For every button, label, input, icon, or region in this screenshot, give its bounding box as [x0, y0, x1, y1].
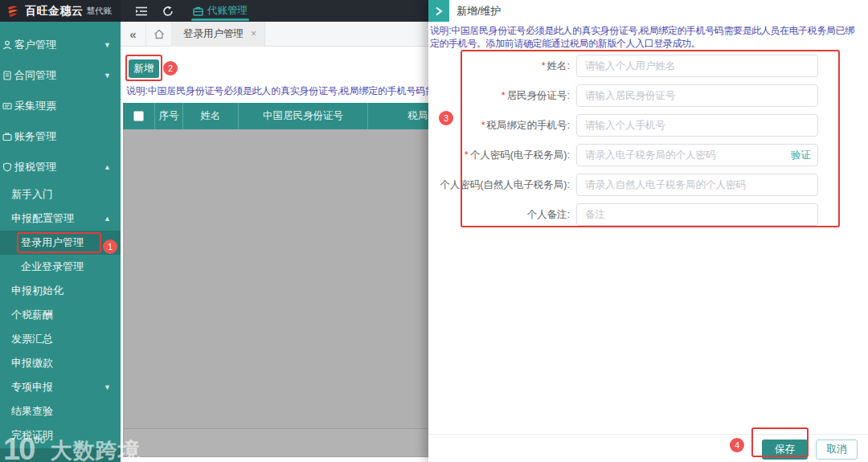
tab-label: 登录用户管理 [183, 27, 244, 41]
sidebar-item-label: 登录用户管理 [21, 236, 84, 248]
brand-logo: 百旺金穗云 慧代账 [0, 0, 121, 22]
sidebar-item-filing-initialization[interactable]: 申报初始化 [0, 279, 121, 303]
tab-login-user-mgmt[interactable]: 登录用户管理 × [172, 22, 265, 47]
table-pagination-bar [123, 428, 428, 457]
briefcase-icon [193, 6, 203, 16]
sidebar-item-login-user-mgmt[interactable]: 登录用户管理 [0, 231, 121, 255]
add-button[interactable]: 新增 [129, 59, 159, 78]
logo-title: 百旺金穗云 [25, 4, 84, 18]
sidebar-item-bookkeeping-mgmt[interactable]: 账务管理 [0, 121, 121, 152]
sidebar-item-filing-config-mgmt[interactable]: 申报配置管理 ▲ [0, 206, 121, 231]
main-content: « 登录用户管理 × 新增 说明:中国居民身份证号必须是此人的真实身份证号,税局… [121, 22, 428, 462]
module-tab-agent-accounting[interactable]: 代账管理 [190, 0, 251, 22]
drawer-footer: 保存 取消 4 [428, 434, 868, 462]
drawer-note-text: 说明:中国居民身份证号必须是此人的真实身份证号,税局绑定的手机号码需要是此人员在… [428, 22, 868, 50]
field-label: 个人备注: [428, 208, 576, 222]
required-asterisk: * [481, 120, 485, 131]
step-badge-2: 2 [163, 61, 178, 76]
field-label: 个人密码(自然人电子税务局): [428, 178, 576, 192]
add-maintain-drawer: 新增/维护 说明:中国居民身份证号必须是此人的真实身份证号,税局绑定的手机号码需… [428, 0, 868, 462]
form-row-natural-person-password: 个人密码(自然人电子税务局): [428, 174, 868, 196]
close-icon[interactable]: × [251, 28, 256, 39]
sidebar-item-label: 合同管理 [14, 68, 56, 83]
chevron-down-icon: ▼ [104, 41, 111, 49]
drawer-title: 新增/维护 [457, 4, 502, 18]
chevron-down-icon: ▼ [104, 72, 111, 80]
baiwang-flame-icon [6, 4, 20, 18]
module-tab-label: 代账管理 [207, 4, 248, 18]
sidebar-item-label: 申报缴款 [11, 356, 53, 370]
drawer-form: *姓名: *居民身份证号: *税局绑定的手机号: *个人密码(电子税务局): 验… [428, 55, 868, 233]
app-window: 百旺金穗云 慧代账 代账管理 客户管理 ▼ 合同管理 ▼ [0, 0, 868, 462]
name-field[interactable] [576, 55, 818, 77]
step-badge-4: 4 [730, 438, 744, 452]
sidebar-item-customer-mgmt[interactable]: 客户管理 ▼ [0, 30, 121, 60]
verify-link[interactable]: 验证 [791, 149, 811, 162]
page-tab-bar: « 登录用户管理 × [121, 22, 428, 47]
form-row-etax-password: *个人密码(电子税务局): 验证 [428, 144, 868, 166]
user-icon [2, 40, 12, 50]
id-number-field[interactable] [576, 84, 818, 107]
drawer-header: 新增/维护 [428, 0, 868, 22]
sidebar-item-beginner-guide[interactable]: 新手入门 [0, 182, 121, 206]
annotation-box-step1: 登录用户管理 [17, 232, 101, 253]
select-all-cell[interactable] [123, 103, 155, 129]
remark-field[interactable] [576, 203, 818, 226]
chevron-down-icon: ▼ [104, 383, 111, 391]
sidebar-item-label: 申报初始化 [11, 284, 63, 298]
etax-password-field[interactable] [576, 144, 818, 166]
step-badge-1: 1 [103, 239, 117, 254]
contract-icon [2, 71, 12, 80]
sidebar-item-personal-tax-payroll[interactable]: 个税薪酬 [0, 303, 121, 327]
active-tab-underline [191, 18, 249, 21]
form-row-remark: 个人备注: [428, 203, 868, 226]
sidebar-item-label: 发票汇总 [11, 332, 53, 346]
shield-icon [2, 162, 12, 172]
main-note-text: 说明:中国居民身份证号必须是此人的真实身份证号,税局绑定的手机号码需要是此人员在… [126, 84, 428, 98]
sidebar-item-enterprise-login-mgmt[interactable]: 企业登录管理 [0, 255, 121, 279]
natural-person-password-field[interactable] [576, 174, 818, 196]
sidebar-item-label: 专项申报 [11, 380, 53, 395]
field-label: *姓名: [428, 59, 576, 73]
logo-subtitle: 慧代账 [87, 6, 113, 17]
col-header-id-number: 中国居民身份证号 [239, 103, 368, 129]
collapse-menu-icon[interactable] [135, 6, 148, 17]
home-tab-icon[interactable] [146, 22, 172, 47]
chevron-up-icon: ▲ [104, 163, 111, 171]
sidebar-item-label: 申报配置管理 [11, 211, 74, 226]
required-asterisk: * [542, 60, 546, 72]
sidebar-bottom-strip [0, 448, 121, 462]
field-label: *个人密码(电子税务局): [428, 149, 576, 162]
sidebar-nav: 客户管理 ▼ 合同管理 ▼ 采集理票 账务管理 报税管理 ▲ 新手入门 申报配置… [0, 22, 121, 462]
sidebar-item-label: 企业登录管理 [21, 260, 84, 274]
sidebar-item-label: 客户管理 [14, 38, 56, 52]
sidebar-item-label: 完税证明 [11, 428, 53, 443]
briefcase-icon [2, 132, 12, 141]
sidebar-item-special-filing[interactable]: 专项申报 ▼ [0, 375, 121, 399]
refresh-icon[interactable] [162, 6, 174, 17]
sidebar-item-result-verification[interactable]: 结果查验 [0, 399, 121, 423]
col-header-phone: 税局绑定的手机号 [368, 103, 428, 129]
sidebar-item-tax-payment-certificate[interactable]: 完税证明 [0, 423, 121, 448]
sidebar-item-label: 新手入门 [11, 187, 53, 202]
collapse-drawer-icon[interactable] [428, 0, 449, 22]
checkbox-icon[interactable] [133, 111, 144, 121]
sidebar-item-filing-payment[interactable]: 申报缴款 [0, 351, 121, 375]
ticket-icon [2, 101, 12, 111]
table-header-row: 序号 姓名 中国居民身份证号 税局绑定的手机号 [123, 103, 428, 129]
sidebar-item-contract-mgmt[interactable]: 合同管理 ▼ [0, 60, 121, 91]
field-label: *居民身份证号: [428, 89, 576, 103]
sidebar-item-invoice-collection[interactable]: 采集理票 [0, 91, 121, 121]
sidebar-item-label: 结果查验 [11, 404, 53, 419]
sidebar-item-invoice-summary[interactable]: 发票汇总 [0, 327, 121, 351]
sidebar-item-tax-filing-mgmt[interactable]: 报税管理 ▲ [0, 152, 121, 182]
sidebar-item-label: 报税管理 [14, 160, 56, 174]
sidebar-item-label: 账务管理 [14, 129, 56, 144]
collapse-tabs-icon[interactable]: « [121, 22, 146, 47]
table-empty-body [123, 129, 428, 428]
col-header-index: 序号 [155, 103, 183, 129]
phone-field[interactable] [576, 114, 818, 137]
save-button[interactable]: 保存 [762, 440, 808, 460]
step-badge-3: 3 [439, 111, 453, 125]
cancel-button[interactable]: 取消 [816, 440, 858, 460]
